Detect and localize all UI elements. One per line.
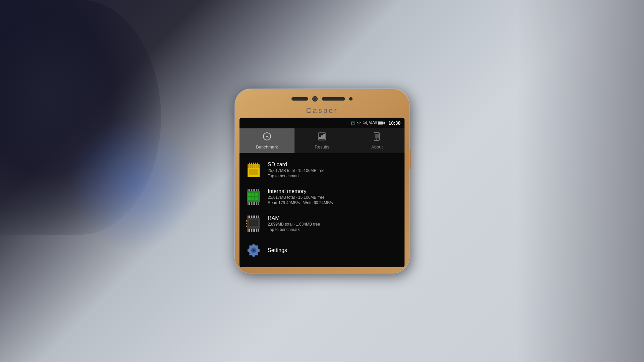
svg-rect-35 [248, 193, 251, 196]
benchmark-tab-label: Benchmark [256, 144, 278, 149]
svg-rect-20 [323, 134, 325, 139]
svg-point-0 [359, 124, 360, 124]
results-tab-label: Results [315, 144, 329, 149]
svg-rect-53 [256, 189, 257, 191]
svg-rect-57 [250, 220, 258, 226]
svg-rect-60 [251, 229, 252, 232]
svg-rect-49 [249, 189, 250, 191]
settings-text: Settings [268, 247, 287, 253]
tab-results[interactable]: Results [294, 128, 350, 153]
signal-icon [363, 121, 368, 125]
svg-rect-22 [375, 134, 379, 138]
settings-title: Settings [268, 247, 287, 253]
benchmark-tab-icon [262, 132, 272, 143]
tab-about[interactable]: About [350, 128, 405, 153]
svg-rect-27 [251, 163, 252, 168]
phone-body: Casper 📳 [235, 89, 409, 273]
tab-bar: Benchmark Results [239, 128, 405, 153]
internal-memory-icon [245, 188, 262, 205]
svg-rect-48 [248, 189, 249, 191]
phone-screen: 📳 [239, 118, 405, 267]
speaker-left [291, 97, 308, 101]
svg-rect-66 [249, 216, 250, 218]
status-icons: 📳 [351, 121, 385, 125]
svg-rect-61 [253, 229, 254, 232]
svg-rect-29 [255, 163, 256, 168]
tab-benchmark[interactable]: Benchmark [239, 128, 294, 153]
bg-right-decoration [517, 0, 644, 362]
svg-rect-43 [251, 202, 252, 205]
internal-memory-text: Internal memory 25,617MB total · 15,106M… [268, 188, 333, 205]
ram-icon [245, 215, 262, 232]
svg-rect-51 [253, 189, 254, 191]
svg-rect-62 [254, 229, 255, 232]
svg-rect-63 [256, 229, 257, 232]
front-camera [312, 96, 318, 102]
bg-blue-glow [67, 117, 201, 251]
svg-rect-28 [253, 163, 254, 168]
speaker-right [322, 97, 345, 101]
svg-rect-47 [258, 202, 259, 205]
ram-text: RAM 2,899MB total · 1,634MB free Tap to … [268, 215, 320, 232]
sd-card-text: SD card 25,617MB total · 15,106MB free T… [268, 162, 324, 178]
ram-item[interactable]: RAM 2,899MB total · 1,634MB free Tap to … [239, 210, 405, 237]
svg-point-80 [254, 250, 254, 250]
svg-rect-19 [321, 135, 323, 139]
svg-rect-52 [254, 189, 255, 191]
svg-rect-67 [251, 216, 252, 218]
sensor-dot [349, 97, 353, 101]
svg-rect-36 [252, 193, 254, 196]
svg-point-23 [376, 139, 377, 140]
svg-rect-26 [249, 163, 250, 168]
svg-rect-65 [248, 216, 249, 218]
svg-rect-45 [254, 202, 255, 205]
ram-subtitle: 2,899MB total · 1,634MB free [268, 222, 320, 227]
svg-rect-41 [248, 202, 249, 205]
svg-rect-38 [248, 197, 251, 200]
phone-top-hardware [239, 95, 405, 103]
battery-icon [378, 121, 385, 125]
svg-rect-42 [249, 202, 250, 205]
svg-rect-40 [255, 197, 258, 200]
svg-rect-18 [319, 137, 321, 139]
svg-rect-2 [364, 123, 365, 124]
content-area: SD card 25,617MB total · 15,106MB free T… [239, 153, 405, 267]
about-tab-label: About [371, 144, 383, 149]
svg-rect-46 [256, 202, 257, 205]
svg-rect-32 [249, 169, 258, 175]
about-tab-icon [372, 132, 382, 143]
sd-card-detail: Tap to benchmark [268, 174, 324, 178]
svg-rect-1 [363, 123, 364, 124]
internal-memory-item[interactable]: Internal memory 25,617MB total · 15,106M… [239, 183, 405, 210]
svg-rect-54 [258, 189, 259, 191]
svg-rect-68 [253, 216, 254, 218]
wifi-icon [357, 121, 362, 125]
sd-card-title: SD card [268, 162, 324, 168]
phone-wrapper: Casper 📳 [235, 89, 409, 273]
internal-memory-subtitle: 25,617MB total · 15,106MB free [268, 195, 333, 200]
results-tab-icon [317, 132, 327, 143]
settings-icon [245, 242, 262, 259]
sd-card-item[interactable]: SD card 25,617MB total · 15,106MB free T… [239, 157, 405, 183]
svg-rect-59 [249, 229, 250, 232]
phone-brand: Casper [239, 106, 405, 115]
volume-button[interactable] [410, 149, 411, 169]
svg-rect-69 [254, 216, 255, 218]
internal-memory-detail: Read 179.49MB/s · Write 60.24MB/s [268, 200, 333, 205]
settings-item[interactable]: Settings [239, 237, 405, 264]
ram-detail: Tap to benchmark [268, 227, 320, 232]
svg-rect-37 [255, 193, 258, 196]
svg-rect-39 [252, 197, 254, 200]
sd-card-subtitle: 25,617MB total · 15,106MB free [268, 168, 324, 173]
svg-rect-71 [258, 216, 259, 218]
svg-rect-7 [384, 122, 385, 124]
svg-rect-50 [251, 189, 252, 191]
internal-memory-title: Internal memory [268, 188, 333, 194]
vibrate-icon: 📳 [351, 121, 356, 125]
svg-rect-64 [258, 229, 259, 232]
svg-point-72 [246, 220, 247, 222]
svg-rect-30 [257, 163, 258, 168]
svg-point-74 [246, 226, 247, 227]
svg-rect-58 [248, 229, 249, 232]
ram-title: RAM [268, 215, 320, 221]
